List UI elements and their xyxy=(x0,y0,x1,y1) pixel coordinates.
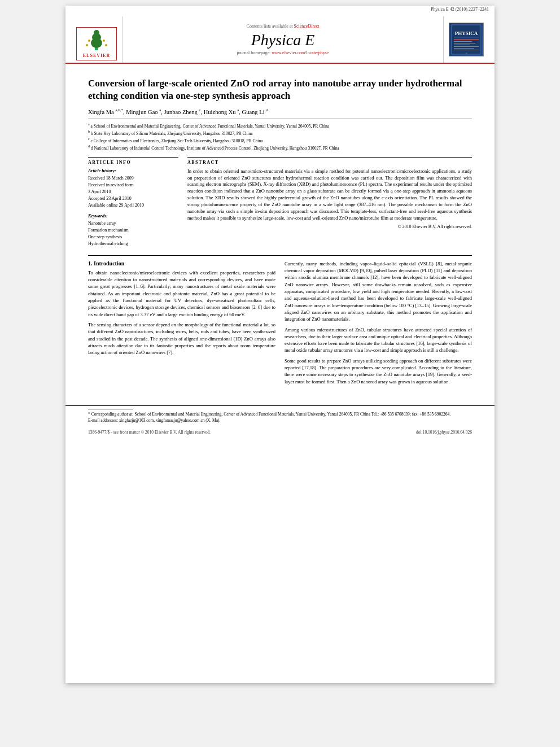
svg-point-7 xyxy=(105,44,107,46)
article-info-header: ARTICLE INFO xyxy=(88,160,178,165)
page-footer: * Corresponding author at: School of Env… xyxy=(65,405,495,426)
svg-rect-15 xyxy=(454,45,470,45)
affiliations: a a School of Environmental and Material… xyxy=(88,119,472,151)
article-history-items: Received 18 March 2009 Received in revis… xyxy=(88,175,178,209)
keywords-list: Nanotube array Formation mechanism One-s… xyxy=(88,220,178,247)
svg-rect-13 xyxy=(454,41,472,42)
svg-rect-18 xyxy=(454,50,479,50)
affiliation-a: a a School of Environmental and Material… xyxy=(88,122,472,129)
elsevier-brand-text: ELSEVIER xyxy=(80,53,113,58)
elsevier-logo-area: ELSEVIER xyxy=(71,16,122,63)
article-info-abstract-section: ARTICLE INFO Article history: Received 1… xyxy=(88,157,472,247)
footer-issn-line: 1386-9477/$ - see front matter © 2010 El… xyxy=(65,430,495,435)
footnote-asterisk: * Corresponding author at: School of Env… xyxy=(88,412,472,418)
footer-issn: 1386-9477/$ - see front matter © 2010 El… xyxy=(88,430,211,435)
elsevier-tree-icon xyxy=(82,29,111,51)
keywords-label: Keywords: xyxy=(88,213,178,219)
intro-paragraph-3: Currently, many methods, including vapor… xyxy=(285,260,472,323)
footer-doi: doi:10.1016/j.physe.2010.04.026 xyxy=(416,430,472,435)
journal-center: Contents lists available at ScienceDirec… xyxy=(122,16,444,63)
physica-logo-area: PHYSICA E xyxy=(444,16,489,63)
body-divider xyxy=(88,255,472,256)
abstract-text: In order to obtain oriented nano/micro-s… xyxy=(187,168,472,222)
authors-line: Xingfa Ma a,b,*, Mingjun Gao a, Junbao Z… xyxy=(88,108,472,115)
physica-logo-icon: PHYSICA E xyxy=(450,24,482,55)
svg-text:E: E xyxy=(465,52,467,55)
sciencedirect-line: Contents lists available at ScienceDirec… xyxy=(247,24,320,29)
body-col-right: Currently, many methods, including vapor… xyxy=(285,260,472,388)
intro-paragraph-4: Among various microstructures of ZnO, tu… xyxy=(285,326,472,354)
svg-point-4 xyxy=(88,40,90,42)
footnote-divider xyxy=(88,409,133,409)
article-info-col: ARTICLE INFO Article history: Received 1… xyxy=(88,157,178,247)
journal-header: ELSEVIER Contents lists available at Sci… xyxy=(65,13,495,64)
physica-logo-box: PHYSICA E xyxy=(449,23,484,56)
intro-paragraph-1: To obtain nanoelectronic/microelectronic… xyxy=(88,269,275,318)
history-revised-label: Received in revised form xyxy=(88,182,178,189)
footnote-email: E-mail addresses: xingfazju@163.com, xin… xyxy=(88,418,472,424)
journal-homepage-line: journal homepage: www.elsevier.com/locat… xyxy=(237,50,329,55)
svg-point-3 xyxy=(94,30,99,36)
svg-rect-12 xyxy=(454,39,479,40)
svg-point-5 xyxy=(103,40,105,42)
body-two-col: 1. Introduction To obtain nanoelectronic… xyxy=(88,260,472,388)
affiliation-d: d d National Laboratory of Industrial Co… xyxy=(88,144,472,151)
article-title: Conversion of large-scale oriented ZnO r… xyxy=(88,77,472,102)
intro-paragraph-5: Some good results to prepare ZnO arrays … xyxy=(285,357,472,385)
history-online: Available online 29 April 2010 xyxy=(88,202,178,209)
elsevier-logo-box: ELSEVIER xyxy=(76,27,117,60)
body-col-left: 1. Introduction To obtain nanoelectronic… xyxy=(88,260,275,388)
homepage-link[interactable]: www.elsevier.com/locate/physe xyxy=(272,50,329,55)
article-history-label: Article history: xyxy=(88,168,178,173)
keyword-2: Formation mechanism xyxy=(88,227,178,234)
intro-paragraph-2: The sensing characters of a sensor depen… xyxy=(88,321,275,356)
affiliation-c: c c College of Informatics and Electroni… xyxy=(88,137,472,144)
history-received: Received 18 March 2009 xyxy=(88,175,178,182)
article-content: Conversion of large-scale oriented ZnO r… xyxy=(65,64,495,400)
copyright-line: © 2010 Elsevier B.V. All rights reserved… xyxy=(187,224,472,229)
page-number: Physica E 42 (2010) 2237–2241 xyxy=(65,6,495,13)
abstract-header: ABSTRACT xyxy=(187,160,472,165)
svg-point-6 xyxy=(86,44,88,46)
keyword-3: One-step synthesis xyxy=(88,234,178,241)
page: Physica E 42 (2010) 2237–2241 ELSEVIE xyxy=(65,6,495,683)
svg-text:PHYSICA: PHYSICA xyxy=(455,30,478,36)
svg-rect-17 xyxy=(454,48,474,49)
affiliation-b: b b State Key Laboratory of Silicon Mate… xyxy=(88,129,472,137)
sciencedirect-link[interactable]: ScienceDirect xyxy=(294,24,320,29)
abstract-col: ABSTRACT In order to obtain oriented nan… xyxy=(187,157,472,247)
keyword-4: Hydrothermal etching xyxy=(88,241,178,247)
keyword-1: Nanotube array xyxy=(88,220,178,227)
svg-rect-16 xyxy=(454,46,479,47)
journal-name: Physica E xyxy=(251,31,315,49)
history-accepted: Accepted 23 April 2010 xyxy=(88,195,178,202)
history-revised-date: 3 April 2010 xyxy=(88,189,178,195)
intro-section-title: 1. Introduction xyxy=(88,260,275,267)
svg-rect-14 xyxy=(454,43,475,43)
